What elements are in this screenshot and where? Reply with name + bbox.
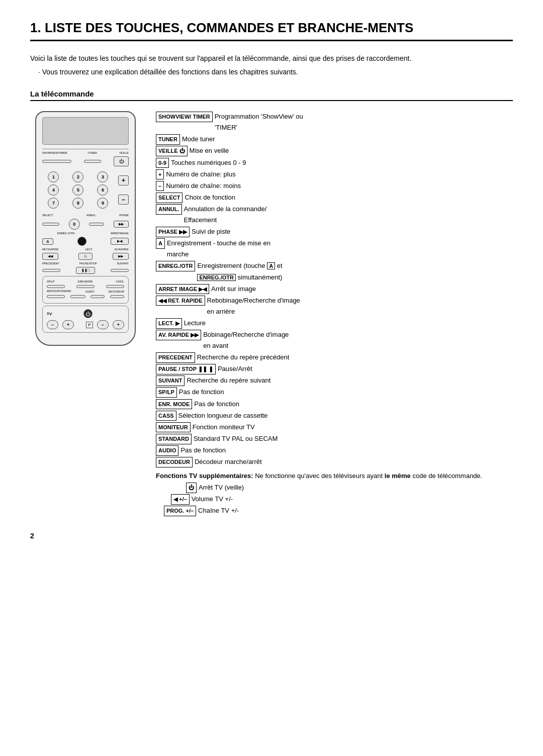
mode-btn-row	[47, 285, 124, 288]
desc-audio: AUDIO Pas de fonction	[156, 445, 513, 456]
text-annul: Annulation de la commande/Effacement	[184, 204, 513, 226]
tuner-btn[interactable]	[84, 160, 101, 163]
desc-annul: ANNUL. Annulation de la commande/Effacem…	[156, 204, 513, 226]
text-cass: Sélection longueur de cassette	[178, 410, 513, 421]
text-decodeur: Décodeur marche/arrêt	[195, 456, 513, 467]
ff-btn[interactable]: ▶▶	[113, 253, 129, 260]
prev-btn[interactable]	[42, 269, 60, 272]
audio-btn[interactable]	[90, 295, 105, 298]
key-09: 0-9	[156, 158, 169, 168]
num1-btn[interactable]: 1	[48, 171, 59, 182]
plus-btn[interactable]: +	[118, 175, 129, 185]
num0-btn[interactable]: 0	[69, 219, 80, 230]
remote-container: SHOWVIEW/TIMER TUNER VEILLE ⏻ 1 2 3 4 5	[30, 111, 141, 346]
text-splp: Pas de fonction	[179, 387, 513, 398]
decodeur-btn[interactable]	[110, 295, 124, 298]
select-row: 0 ▶▶	[42, 219, 129, 230]
num6-btn[interactable]: 6	[97, 184, 108, 196]
text-tv-vol: Volume TV +/-	[192, 494, 513, 505]
next-btn[interactable]	[111, 269, 129, 272]
key-moniteur: MONITEUR	[156, 422, 191, 433]
key-enreg: ENREG./OTR	[156, 261, 195, 271]
num3-btn[interactable]: 3	[97, 171, 108, 182]
desc-ff: AV. RAPIDE ▶▶ Bobinage/Recherche d'image…	[156, 329, 513, 351]
num2-btn[interactable]: 2	[72, 171, 83, 182]
key-arret: ARRET IMAGE ▶◀	[156, 284, 209, 295]
text-enrmode: Pas de fonction	[194, 399, 513, 410]
desc-tuner: TUNER Mode tuner	[156, 134, 513, 145]
num5-btn[interactable]: 5	[72, 184, 83, 196]
splp-btn[interactable]	[47, 285, 65, 288]
a-btn[interactable]: A	[42, 238, 53, 245]
desc-plus: + Numéro de chaîne: plus	[156, 169, 513, 180]
page-title: 1. LISTE DES TOUCHES, COMMANDES ET BRANC…	[30, 20, 513, 36]
play-btn[interactable]: ▷	[78, 253, 93, 260]
desc-splp: SP/LP Pas de fonction	[156, 387, 513, 398]
desc-showview: SHOWVIEW/ TIMER Programmation 'ShowView'…	[156, 111, 513, 133]
num8-btn[interactable]: 8	[72, 198, 83, 209]
text-audio: Pas de fonction	[180, 445, 513, 456]
key-annul: ANNUL.	[156, 204, 182, 215]
showview-label: SHOWVIEW/TIMER	[42, 151, 67, 154]
phase-btn[interactable]: ▶▶	[114, 221, 129, 228]
tv-power-btn[interactable]: ⏻	[83, 309, 93, 318]
desc-lect: LECT. ▶ Lecture	[156, 318, 513, 329]
vol-down-btn[interactable]: –	[47, 320, 58, 329]
num7-btn[interactable]: 7	[48, 198, 59, 209]
text-lect: Lecture	[184, 318, 513, 329]
top-btn-row: ⏻	[42, 156, 129, 166]
numpad-area: 1 2 3 4 5 6 7 8 9 + –	[42, 169, 129, 211]
veille-btn[interactable]: ⏻	[114, 156, 129, 166]
text-select: Choix de fonction	[185, 192, 513, 203]
key-audio: AUDIO	[156, 445, 178, 456]
desc-minus: – Numéro de chaîne: moins	[156, 180, 513, 192]
key-phase: PHASE ▶▶	[156, 227, 190, 237]
transport-row: ◀◀ ▷ ▶▶	[42, 253, 129, 260]
monitor-labels: MONITEURSTANDARD AUDIO DECODEUR	[47, 290, 124, 293]
key-prev: PRECEDENT	[156, 352, 195, 363]
desc-prev: PRECEDENT Recherche du repère précédent	[156, 352, 513, 363]
cass-btn[interactable]	[106, 285, 124, 288]
key-rew: ◀◀ RET. RAPIDE	[156, 296, 205, 306]
intro-bullet: · Vous trouverez une explication détaill…	[30, 67, 513, 77]
desc-tv-power: ⏻ Arrêt TV (veille)	[156, 482, 513, 493]
text-standard: Standard TV PAL ou SECAM	[194, 433, 513, 444]
record-dot[interactable]	[77, 237, 86, 246]
desc-veille: VEILLE ⏻ Mise en veille	[156, 145, 513, 156]
rew-btn[interactable]: ◀◀	[42, 253, 58, 260]
enrmode-btn[interactable]	[76, 285, 95, 288]
showview-btn[interactable]	[42, 160, 71, 163]
prog-up-btn[interactable]: +	[113, 320, 124, 329]
standard-btn[interactable]	[70, 295, 85, 298]
desc-tv-intro: Fonctions TV supplémentaires: Ne fonctio…	[156, 470, 513, 482]
arret-image-btn[interactable]: ▶◀	[111, 238, 129, 245]
desc-tv-vol: ◀ +/– Volume TV +/-	[156, 494, 513, 505]
key-ff: AV. RAPIDE ▶▶	[156, 330, 201, 340]
title-divider	[30, 40, 513, 41]
vol-up-btn[interactable]: +	[62, 320, 74, 329]
select-labels: SELECT. ANNUL. PHASE	[42, 214, 129, 217]
minus-btn[interactable]: –	[118, 195, 129, 205]
pause-btn[interactable]: ❚❚□	[76, 267, 95, 274]
desc-rew: ◀◀ RET. RAPIDE Rebobinage/Recherche d'im…	[156, 295, 513, 317]
text-rew: Rebobinage/Recherche d'imageen arrière	[207, 295, 513, 317]
desc-decodeur: DECODEUR Décodeur marche/arrêt	[156, 456, 513, 467]
desc-moniteur: MONITEUR Fonction moniteur TV	[156, 422, 513, 433]
desc-select: SELECT Choix de fonction	[156, 192, 513, 203]
annul-btn[interactable]	[89, 223, 104, 226]
desc-a: A Enregistrement - touche de mise enmarc…	[156, 238, 513, 260]
text-enreg: Enregistrement (touche A etENREG./OTR si…	[197, 260, 513, 282]
moniteur-btn[interactable]	[47, 295, 65, 298]
prog-down-btn[interactable]: –	[97, 320, 109, 329]
text-minus: Numéro de chaîne: moins	[166, 180, 513, 192]
descriptions-column: SHOWVIEW/ TIMER Programmation 'ShowView'…	[156, 111, 513, 517]
desc-standard: STANDARD Standard TV PAL ou SECAM	[156, 433, 513, 444]
content-area: SHOWVIEW/TIMER TUNER VEILLE ⏻ 1 2 3 4 5	[30, 111, 513, 517]
text-tv-prog: Chaîne TV +/-	[198, 505, 513, 516]
num9-btn[interactable]: 9	[97, 198, 108, 209]
num4-btn[interactable]: 4	[48, 184, 59, 196]
key-tv-prog: PROG. +/–	[164, 506, 196, 516]
desc-tv-prog: PROG. +/– Chaîne TV +/-	[156, 505, 513, 516]
select-btn[interactable]	[42, 223, 59, 226]
tv-label: TV	[47, 312, 52, 316]
